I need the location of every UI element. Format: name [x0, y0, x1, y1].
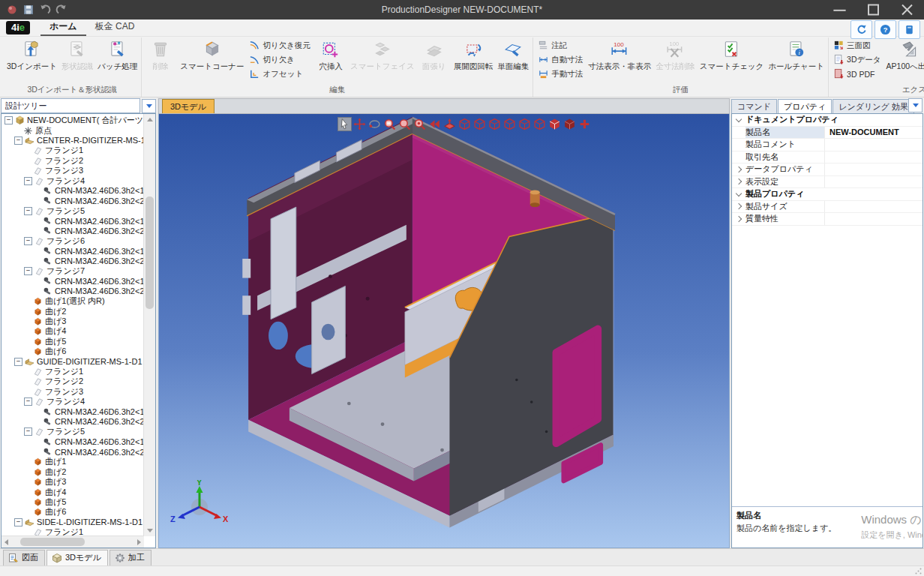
close-button[interactable]	[890, 0, 924, 20]
tree-item[interactable]: 曲げ6	[3, 507, 143, 517]
tree-expander[interactable]: −	[24, 207, 32, 215]
tree-item[interactable]: 曲げ2	[3, 306, 143, 316]
tree-item[interactable]: −フランジ6	[3, 236, 143, 246]
manual-dimension-button[interactable]: 手動寸法	[536, 68, 584, 80]
tree-item[interactable]: CRN-M3A2.46D6.3h2<2>	[3, 286, 143, 296]
chevron-right-icon[interactable]	[732, 217, 746, 221]
tab-rendering-effects[interactable]: レンダリング 効果	[832, 99, 914, 113]
tree-item[interactable]: CRN-M3A2.46D6.3h2<1>	[3, 246, 143, 256]
chevron-right-icon[interactable]	[732, 204, 746, 208]
help-button[interactable]: ?	[874, 20, 896, 39]
property-row--[interactable]: 製品サイズ	[732, 201, 922, 214]
property-row--[interactable]: 製品コメント	[732, 139, 922, 152]
tree-item[interactable]: −フランジ4	[3, 397, 143, 406]
property-section--[interactable]: ドキュメントプロパティ	[732, 114, 922, 127]
previous-view-button[interactable]	[428, 117, 442, 131]
chevron-right-icon[interactable]	[732, 167, 746, 172]
right-view-button[interactable]	[502, 117, 517, 131]
solid-view-button[interactable]	[562, 117, 577, 131]
property-value[interactable]	[824, 164, 922, 176]
tree-item[interactable]: 曲げ3	[3, 316, 143, 326]
import-3d-button[interactable]: 3Dインポート	[4, 38, 59, 74]
tree-item[interactable]: −フランジ4	[3, 176, 143, 185]
tree-vertical-scrollbar[interactable]	[143, 114, 155, 536]
vertical-scroll-thumb[interactable]	[146, 196, 154, 309]
minimize-button[interactable]	[823, 0, 856, 20]
bottom-view-button[interactable]	[532, 117, 547, 131]
panel-toggle-button[interactable]	[898, 20, 920, 39]
tree-item[interactable]: −GUIDE-DIGITIZER-MS-1-D1	[3, 356, 143, 366]
property-section--[interactable]: 製品プロパティ	[732, 188, 922, 201]
mode-tab-machining[interactable]: 加工	[110, 550, 152, 566]
tree-expander[interactable]: −	[14, 358, 22, 366]
tree-item[interactable]: −フランジ7	[3, 266, 143, 276]
tree-expander[interactable]: −	[24, 177, 32, 185]
tree-expander[interactable]: −	[24, 267, 32, 275]
app-logo[interactable]: 4ie	[6, 21, 30, 34]
horizontal-scroll-thumb[interactable]	[20, 538, 85, 546]
viewport-canvas[interactable]: Y X Z	[158, 113, 730, 548]
dimension-toggle-button[interactable]: 100寸法表示・非表示	[586, 38, 653, 74]
3d-pdf-button[interactable]: 3D PDF	[832, 68, 882, 80]
tree-item[interactable]: CRN-M3A2.46D6.3h2<1>	[3, 406, 143, 416]
auto-dimension-button[interactable]: 自動寸法	[536, 53, 584, 66]
tree-item[interactable]: 曲げ1(選択 内R)	[3, 296, 143, 306]
single-face-edit-button[interactable]: 単面編集	[495, 38, 531, 74]
tree-item[interactable]: フランジ3	[3, 387, 143, 397]
property-value[interactable]	[824, 152, 922, 164]
tree-expander[interactable]: −	[24, 398, 32, 406]
chevron-down-icon[interactable]	[732, 118, 746, 122]
batch-process-button[interactable]: バッチ処理	[95, 38, 140, 74]
property-value[interactable]	[824, 213, 922, 225]
zoom-extents-button[interactable]	[412, 117, 427, 131]
unfold-rotate-button[interactable]: 展開図回転	[452, 38, 496, 74]
smart-corner-button[interactable]: スマートコーナー	[178, 38, 246, 74]
tree-expander[interactable]: −	[24, 428, 32, 436]
tree-item[interactable]: CRN-M3A2.46D6.3h2<2>	[3, 226, 143, 236]
property-value[interactable]	[824, 139, 922, 151]
chevron-down-icon[interactable]	[732, 193, 746, 196]
3d-data-button[interactable]: 3Dデータ	[832, 53, 882, 66]
tree-item[interactable]: 曲げ5	[3, 497, 143, 507]
tree-item[interactable]: −CENTER-R-DIGITIZER-MS-1-D1	[3, 136, 143, 146]
tree-horizontal-scrollbar[interactable]	[2, 536, 144, 548]
scroll-up-icon[interactable]	[147, 118, 153, 122]
tree-item[interactable]: −フランジ5	[3, 206, 143, 216]
property-row--[interactable]: 表示設定	[732, 176, 922, 189]
mode-tab-3d-model[interactable]: 3Dモデル	[46, 550, 108, 566]
right-panel-menu-button[interactable]	[908, 98, 922, 112]
notch-restore-button[interactable]: 切り欠き復元	[248, 39, 312, 52]
tree-item[interactable]: 曲げ2	[3, 467, 143, 477]
tab-properties[interactable]: プロパティ	[778, 99, 832, 113]
left-view-button[interactable]	[488, 117, 502, 131]
orbit-button[interactable]	[368, 117, 382, 131]
resize-grip[interactable]	[915, 568, 922, 574]
scroll-right-icon[interactable]	[137, 539, 141, 545]
property-row--[interactable]: データプロパティ	[732, 164, 922, 176]
tree-item[interactable]: フランジ3	[3, 166, 143, 176]
smart-check-button[interactable]: スマートチェック	[698, 38, 766, 74]
tree-item[interactable]: CRN-M3A2.46D6.3h2<1>	[3, 186, 143, 196]
pan-button[interactable]	[352, 117, 367, 131]
annotation-button[interactable]: 注記	[536, 39, 584, 52]
property-value[interactable]	[824, 176, 922, 188]
tree-item[interactable]: フランジ1	[3, 367, 143, 376]
shaded-view-button[interactable]	[548, 117, 562, 131]
front-view-button[interactable]	[472, 117, 487, 131]
design-tree-menu-button[interactable]	[142, 99, 156, 113]
tree-expander[interactable]: −	[24, 237, 32, 245]
undo-button[interactable]	[39, 4, 51, 16]
tree-item[interactable]: CRN-M3A2.46D6.3h2<2>	[3, 417, 143, 427]
hole-chart-button[interactable]: iホールチャート	[766, 38, 826, 74]
tree-item[interactable]: 原点	[3, 125, 143, 135]
redo-button[interactable]	[56, 4, 68, 16]
select-button[interactable]	[338, 117, 352, 131]
tree-item[interactable]: 曲げ5	[3, 337, 143, 346]
scroll-left-icon[interactable]	[4, 539, 8, 545]
tree-item[interactable]: フランジ2	[3, 156, 143, 166]
tree-expander[interactable]: −	[14, 518, 22, 526]
tree-item[interactable]: −フランジ5	[3, 427, 143, 436]
tree-item[interactable]: 曲げ4	[3, 487, 143, 496]
three-view-button[interactable]: 三面図	[832, 39, 882, 52]
tree-item[interactable]: CRN-M3A2.46D6.3h2<2>	[3, 447, 143, 457]
